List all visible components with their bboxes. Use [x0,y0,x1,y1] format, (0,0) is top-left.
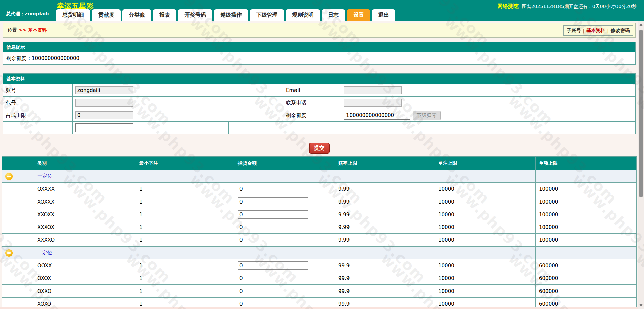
divider: | [607,28,609,33]
remaining-quota-text: 剩余额度：100000000000000 [3,52,635,64]
block-amount-cell [234,234,335,247]
nav-tab[interactable]: 贡献度 [92,9,121,21]
scrollbar-thumb[interactable] [639,30,643,197]
collapse-icon[interactable] [5,173,13,180]
group-header-row: 一定位 [2,170,637,183]
odds-limit-cell: 99.9 [335,272,435,285]
min-bet-cell: 1 [136,208,234,221]
block-amount-cell [234,221,335,234]
min-bet-cell: 1 [136,272,234,285]
empty-cell [435,247,536,259]
quick-link[interactable]: 修改密码 [611,28,630,34]
nav-tab[interactable]: 下级管理 [250,9,284,21]
table-row: XOXXX19.9910000100000 [2,195,637,208]
block-amount-input[interactable] [238,236,308,244]
table-row: XXXXO19.9910000100000 [2,234,637,247]
phone-field[interactable] [344,99,402,107]
profile-form-table: 账号 Email 代号 联系电话 占成上限 剩余额度 下级归零 [3,84,635,134]
email-field[interactable] [344,86,402,94]
odds-limit-cell: 9.99 [335,234,435,247]
bet-limit-cell: 10000 [435,221,536,234]
icon-column-header [2,157,34,170]
category-cell: OXXXX [34,183,136,195]
scroll-down-arrow-icon[interactable] [639,304,643,307]
collapse-icon[interactable] [5,249,13,257]
network-speed-link[interactable]: 网络测速 [497,3,519,10]
empty-cell [136,247,234,259]
quick-link[interactable]: 基本资料 [586,28,605,34]
quick-link[interactable]: 子账号 [567,28,581,34]
submit-button[interactable]: 提交 [309,143,330,154]
block-amount-input[interactable] [238,287,308,295]
block-amount-input[interactable] [238,223,308,231]
password-field[interactable] [75,123,133,132]
table-row: XXXOX19.9910000100000 [2,221,637,234]
item-limit-cell: 100000 [536,195,637,208]
settings-quick-links: 子账号|基本资料|修改密码 [563,25,633,36]
icon-cell [2,234,34,247]
nav-tab[interactable]: 日志 [322,9,345,21]
bet-limit-cell: 10000 [435,259,536,272]
icon-cell [2,259,34,272]
bet-limit-cell: 10000 [435,183,536,195]
account-field[interactable] [75,86,133,94]
col-header-bet-limit: 单注上限 [435,157,536,170]
nav-tab[interactable]: 开奖号码 [178,9,212,21]
category-cell: OXXO [34,285,136,298]
min-bet-cell: 1 [136,221,234,234]
breadcrumb-location-label: 位置 [8,27,17,33]
scroll-up-arrow-icon[interactable] [639,23,643,26]
code-field[interactable] [75,99,133,107]
item-limit-cell: 600000 [536,285,637,298]
table-row: OXOX199.910000600000 [2,272,637,285]
remaining-quota-label: 剩余额度 [283,109,341,122]
block-amount-cell [234,208,335,221]
minus-glyph [7,176,11,177]
min-bet-cell: 1 [136,285,234,298]
email-label: Email [283,84,341,97]
bottom-edge-strip [0,307,638,309]
info-panel-title: 信息提示 [3,42,635,52]
block-amount-cell [234,259,335,272]
vertical-scrollbar[interactable] [638,21,644,309]
table-row: OOXX199.910000600000 [2,259,637,272]
nav-tab[interactable]: 规则说明 [286,9,320,21]
block-amount-input[interactable] [238,261,308,270]
category-cell: XXOXX [34,208,136,221]
min-bet-cell: 1 [136,234,234,247]
block-amount-input[interactable] [238,274,308,282]
block-amount-input[interactable] [238,185,308,193]
item-limit-cell: 600000 [536,272,637,285]
occupy-limit-field[interactable] [75,111,133,119]
empty-cell [435,170,536,183]
icon-cell [2,285,34,298]
main-content: 位置 >> 基本资料 子账号|基本资料|修改密码 信息提示 剩余额度：10000… [0,21,638,309]
table-row: XXOXX19.9910000100000 [2,208,637,221]
block-amount-input[interactable] [238,197,308,206]
odds-limit-cell: 99.9 [335,285,435,298]
empty-cell [536,247,637,259]
profile-panel-title: 基本资料 [3,74,635,84]
item-limit-cell: 600000 [536,259,637,272]
empty-cell [234,247,335,259]
nav-tab[interactable]: 总货明细 [56,9,90,21]
category-cell: OXOX [34,272,136,285]
block-amount-input[interactable] [238,210,308,219]
profile-panel: 基本资料 账号 Email 代号 联系电话 占成上限 剩余额度 [3,73,636,134]
group-link[interactable]: 一定位 [37,173,52,179]
breadcrumb-separator: >> [18,27,26,33]
bet-limit-cell: 10000 [435,195,536,208]
collapse-cell [2,247,34,259]
group-link[interactable]: 二定位 [37,250,52,256]
agent-account-label: 总代理：zongdaili [6,11,49,17]
nav-tab[interactable]: 退出 [372,9,395,21]
nav-tab[interactable]: 越级操作 [214,9,248,21]
nav-tab[interactable]: 设置 [347,9,370,21]
nav-tab[interactable]: 报表 [153,9,176,21]
nav-tab[interactable]: 分类账 [122,9,151,21]
remaining-quota-field[interactable] [344,111,410,120]
phone-label: 联系电话 [283,97,341,109]
reset-subordinate-button[interactable]: 下级归零 [413,111,441,120]
group-label-cell: 一定位 [34,170,136,183]
table-row: OXXO199.910000600000 [2,285,637,298]
